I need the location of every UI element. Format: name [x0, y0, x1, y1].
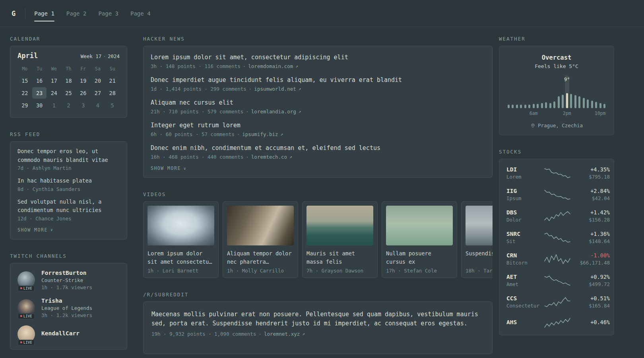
weather-chart: 9°	[506, 76, 607, 108]
video-card[interactable]: Mauris sit amet massa felis 7h · Grayson…	[302, 201, 378, 278]
hn-domain-link[interactable]: loremlandia.org	[251, 109, 296, 115]
rss-item-link[interactable]: Donec tempor eros leo, ut commodo mauris…	[17, 147, 120, 164]
tab-page-1[interactable]: Page 1	[34, 0, 54, 27]
calendar-day[interactable]: 29	[17, 99, 32, 111]
calendar-weekday-row: Mo Tu We Th Fr Sa Su	[17, 66, 120, 72]
hn-title-link[interactable]: Aliquam nec cursus elit	[151, 99, 485, 107]
post-domain-link[interactable]: loremnet.xyz	[264, 331, 300, 337]
stock-values: +1.42% $156.28	[573, 209, 610, 223]
calendar-day[interactable]: 28	[105, 87, 120, 99]
hn-domain-link[interactable]: loremdomain.com	[248, 63, 293, 69]
calendar-day[interactable]: 20	[91, 75, 105, 86]
stock-row[interactable]: IIG Ipsum +2.84% $42.04	[506, 188, 607, 201]
tab-page-2[interactable]: Page 2	[66, 0, 87, 27]
calendar-day[interactable]: 4	[91, 99, 105, 111]
channel-game: Counter-Strike	[41, 277, 92, 283]
channel-name[interactable]: KendallCarr	[41, 330, 80, 337]
video-thumbnail[interactable]	[306, 206, 373, 245]
external-link-icon: ↗	[299, 109, 301, 114]
stock-row[interactable]: AET Amet +0.92% $499.72	[506, 274, 607, 287]
stock-row[interactable]: AHS +0.46%	[506, 317, 607, 329]
calendar-day[interactable]: 22	[17, 87, 32, 99]
hn-meta: 16h · 468 points · 440 comments · loremt…	[151, 154, 485, 160]
calendar-day[interactable]: 19	[76, 75, 91, 86]
video-card[interactable]: Lorem ipsum dolor sit amet consectetu… 1…	[143, 201, 219, 278]
calendar-day[interactable]: 3	[76, 99, 91, 111]
stock-row[interactable]: CRN Bitcorn -1.00% $66,171.48	[506, 252, 607, 266]
section-title-weather: WEATHER	[499, 36, 614, 42]
tab-page-4[interactable]: Page 4	[130, 0, 151, 27]
post-title-link[interactable]: Maecenas mollis pulvinar erat non posuer…	[151, 310, 484, 328]
section-title-stocks: STOCKS	[499, 149, 614, 155]
weather-hour-column	[557, 76, 561, 108]
hn-title-link[interactable]: Lorem ipsum dolor sit amet, consectetur …	[151, 53, 485, 62]
video-title: Suspendisse diam	[466, 249, 493, 266]
video-card[interactable]: Nullam posuere cursus ex 17h · Stefan Co…	[382, 201, 457, 278]
hackernews-section: HACKER NEWS Lorem ipsum dolor sit amet, …	[143, 36, 493, 178]
top-nav: G Page 1 Page 2 Page 3 Page 4	[0, 0, 644, 27]
hn-title-link[interactable]: Donec imperdiet augue tincidunt felis al…	[151, 76, 485, 84]
video-thumbnail[interactable]	[147, 206, 214, 245]
video-thumbnail[interactable]	[227, 206, 294, 245]
stock-row[interactable]: DBS Dolor +1.42% $156.28	[506, 209, 607, 223]
tab-page-3[interactable]: Page 3	[98, 0, 118, 27]
twitch-channel-row[interactable]: LIVE Trisha League of Legends 3h · 1.2k …	[17, 298, 120, 318]
stock-symbol: CCS	[506, 295, 541, 302]
rss-section: RSS FEED Donec tempor eros leo, ut commo…	[10, 131, 127, 239]
channel-name[interactable]: ForrestBurton	[41, 270, 92, 276]
avatar: LIVE	[17, 299, 35, 317]
stock-sparkline	[545, 232, 570, 243]
stock-change: +0.46%	[573, 319, 610, 325]
stock-symbol: DBS	[506, 209, 541, 216]
stock-values: +4.35% $795.18	[573, 166, 610, 180]
time-label: 10pm	[595, 111, 606, 116]
calendar-day[interactable]: 1	[47, 99, 61, 111]
hn-domain-link[interactable]: ipsumworld.net	[254, 86, 296, 92]
twitch-channel-row[interactable]: LIVE KendallCarr	[17, 325, 120, 343]
channel-info: Trisha League of Legends 3h · 1.2k viewe…	[41, 298, 92, 318]
calendar-day[interactable]: 23	[32, 87, 47, 99]
calendar-day[interactable]: 26	[76, 87, 91, 99]
hn-title-link[interactable]: Integer eget rutrum lorem	[151, 121, 485, 130]
rss-item-link[interactable]: In hac habitasse platea	[17, 177, 120, 185]
twitch-widget: LIVE ForrestBurton Counter-Strike 1h · 1…	[10, 263, 127, 350]
video-thumbnail[interactable]	[466, 206, 493, 245]
hn-domain-link[interactable]: ipsumify.biz	[242, 131, 278, 137]
weather-hour-column	[536, 76, 540, 108]
video-card[interactable]: Suspendisse diam 18h · Tara	[461, 201, 493, 278]
calendar-day[interactable]: 18	[61, 75, 76, 86]
app-logo[interactable]: G	[10, 10, 17, 18]
hn-domain-link[interactable]: loremtech.co	[251, 154, 287, 160]
channel-name[interactable]: Trisha	[41, 298, 92, 304]
calendar-day[interactable]: 5	[105, 99, 120, 111]
calendar-section: CALENDAR April Week 17·2024 Mo Tu We Th …	[10, 36, 127, 118]
stock-row[interactable]: CCS Consectetur +0.51% $165.84	[506, 295, 607, 309]
calendar-day[interactable]: 15	[17, 75, 32, 86]
hn-meta: 1d · 1,414 points · 299 comments · ipsum…	[151, 86, 485, 92]
calendar-day[interactable]: 30	[32, 99, 47, 111]
stock-name: Amet	[506, 281, 541, 287]
calendar-day[interactable]: 21	[105, 75, 120, 86]
live-badge: LIVE	[18, 286, 35, 291]
stock-change: +0.51%	[573, 295, 610, 302]
hn-item: Lorem ipsum dolor sit amet, consectetur …	[151, 53, 485, 69]
video-card[interactable]: Aliquam tempor dolor nec pharetra… 1h · …	[223, 201, 298, 278]
calendar-day[interactable]: 24	[47, 87, 61, 99]
calendar-day[interactable]: 16	[32, 75, 47, 86]
weather-hour-column	[506, 76, 511, 108]
calendar-day[interactable]: 2	[61, 99, 76, 111]
stock-row[interactable]: LDI Lorem +4.35% $795.18	[506, 166, 607, 180]
hn-title-link[interactable]: Donec enim nibh, condimentum et accumsan…	[151, 144, 485, 152]
separator-dot: ·	[237, 131, 240, 137]
calendar-day[interactable]: 17	[47, 75, 61, 86]
rss-item-link[interactable]: Sed volutpat nulla nisl, a condimentum n…	[17, 198, 120, 215]
twitch-channel-row[interactable]: LIVE ForrestBurton Counter-Strike 1h · 1…	[17, 270, 120, 290]
video-thumbnail[interactable]	[386, 206, 453, 245]
calendar-day[interactable]: 25	[61, 87, 76, 99]
stock-row[interactable]: SNRC Sit +1.36% $148.64	[506, 231, 607, 244]
hn-meta-stats: 21h · 710 points · 579 comments	[151, 109, 243, 115]
rss-show-more-button[interactable]: SHOW MORE ∨	[17, 227, 120, 233]
calendar-day[interactable]: 27	[91, 87, 105, 99]
show-more-label: SHOW MORE	[151, 165, 181, 171]
hackernews-show-more-button[interactable]: SHOW MORE ∨	[151, 165, 485, 171]
